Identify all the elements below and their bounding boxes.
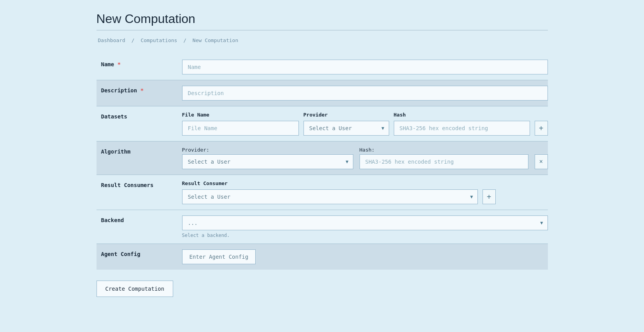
datasets-provider-col: Select a User ▼	[304, 121, 389, 136]
result-consumer-data-row: Select a User ▼ +	[182, 189, 548, 204]
algorithm-provider-select[interactable]: Select a User	[182, 154, 353, 169]
algorithm-label: Algorithm	[97, 141, 182, 175]
datasets-provider-select[interactable]: Select a User	[304, 121, 389, 136]
algorithm-inner: Provider: Select a User ▼ Hash: ×	[182, 147, 548, 169]
result-consumers-content: Result Consumer Select a User ▼ +	[182, 175, 548, 210]
algorithm-remove-button[interactable]: ×	[535, 154, 548, 169]
breadcrumb-computations: Computations	[140, 37, 177, 43]
backend-label: Backend	[97, 210, 182, 244]
backend-select-wrapper: ... ▼	[182, 215, 548, 230]
description-field-container	[182, 80, 548, 106]
breadcrumb-sep1: /	[132, 37, 135, 43]
datasets-data-row: Select a User ▼ +	[182, 121, 548, 136]
description-input[interactable]	[182, 86, 548, 101]
datasets-row: Datasets File Name Provider Hash Select …	[97, 106, 548, 141]
page-title: New Computation	[97, 12, 548, 26]
name-input[interactable]	[182, 60, 548, 74]
datasets-filename-input[interactable]	[182, 121, 299, 136]
name-field-container	[182, 54, 548, 80]
datasets-add-button[interactable]: +	[535, 121, 548, 136]
result-consumer-select[interactable]: Select a User	[182, 189, 478, 204]
description-row: Description *	[97, 80, 548, 106]
algorithm-content: Provider: Select a User ▼ Hash: ×	[182, 141, 548, 175]
algorithm-provider-label: Provider:	[182, 147, 353, 153]
agent-config-content: Enter Agent Config	[182, 244, 548, 270]
datasets-hash-input[interactable]	[394, 121, 530, 136]
result-consumer-add-button[interactable]: +	[483, 189, 496, 204]
name-row: Name *	[97, 54, 548, 80]
breadcrumb: Dashboard / Computations / New Computati…	[97, 37, 548, 43]
algorithm-hash-col: Hash:	[360, 147, 528, 169]
backend-hint: Select a backend.	[182, 233, 548, 238]
algorithm-row: Algorithm Provider: Select a User ▼ Hash…	[97, 141, 548, 175]
breadcrumb-dashboard: Dashboard	[98, 37, 125, 43]
col-hash-header: Hash	[394, 112, 548, 118]
description-label: Description *	[97, 80, 182, 106]
datasets-filename-col	[182, 121, 299, 136]
algorithm-hash-input[interactable]	[360, 154, 528, 169]
datasets-label: Datasets	[97, 106, 182, 141]
algorithm-provider-col: Provider: Select a User ▼	[182, 147, 353, 169]
agent-config-row: Agent Config Enter Agent Config	[97, 244, 548, 270]
algorithm-hash-label: Hash:	[360, 147, 528, 153]
result-consumers-row: Result Consumers Result Consumer Select …	[97, 175, 548, 210]
result-consumers-label: Result Consumers	[97, 175, 182, 210]
col-provider-header: Provider	[304, 112, 389, 118]
breadcrumb-current: New Computation	[193, 37, 238, 43]
result-consumer-select-wrapper: Select a User ▼	[182, 189, 478, 204]
datasets-hash-col	[394, 121, 530, 136]
create-computation-button[interactable]: Create Computation	[97, 281, 174, 297]
datasets-content: File Name Provider Hash Select a User ▼	[182, 106, 548, 141]
backend-content: ... ▼ Select a backend.	[182, 210, 548, 244]
col-filename-header: File Name	[182, 112, 299, 118]
agent-config-button[interactable]: Enter Agent Config	[182, 249, 256, 264]
algorithm-provider-wrapper: Select a User ▼	[182, 154, 353, 169]
backend-select[interactable]: ...	[182, 215, 548, 230]
breadcrumb-sep2: /	[183, 37, 186, 43]
datasets-header: File Name Provider Hash	[182, 112, 548, 118]
name-label: Name *	[97, 54, 182, 80]
datasets-provider-wrapper: Select a User ▼	[304, 121, 389, 136]
agent-config-label: Agent Config	[97, 244, 182, 270]
backend-row: Backend ... ▼ Select a backend.	[97, 210, 548, 244]
result-consumer-col-label: Result Consumer	[182, 180, 548, 186]
